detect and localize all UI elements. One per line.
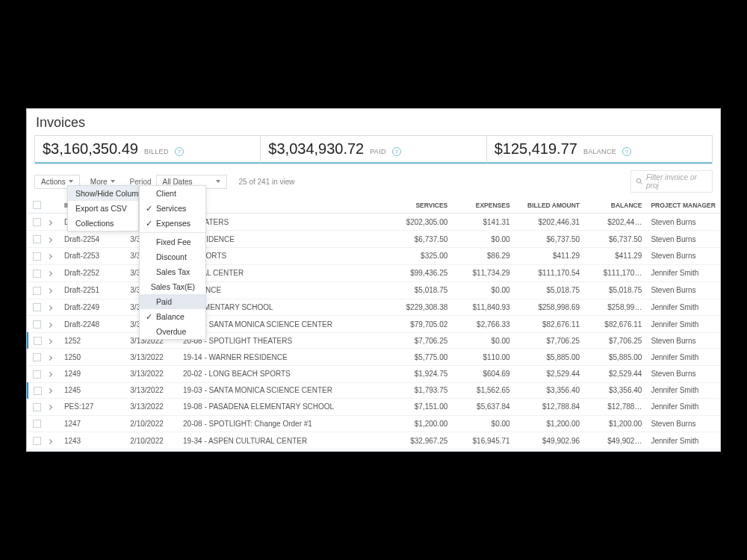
col-balance[interactable]: BALANCE [584,197,646,214]
balance-amount: $411.29 [584,247,646,264]
table-row[interactable]: 12523/13/202220-08 - SPOTLIGHT THEATERS$… [28,333,720,349]
menu-item-label: Export as CSV [75,204,127,213]
page-title: Invoices [27,109,720,135]
columns-submenu-item[interactable]: Overdue [140,324,205,339]
table-row[interactable]: Draft-22523/31/…LTURAL CENTER$99,436.25$… [28,264,720,281]
table-row[interactable]: 12472/10/202220-08 - SPOTLIGHT: Change O… [28,415,720,432]
expand-icon[interactable] [47,439,52,444]
table-row[interactable]: Draft-22483/31/202319-03 - SANTA MONICA … [28,316,720,333]
row-checkbox[interactable] [33,303,41,311]
search-input[interactable]: Filter invoice or proj [630,170,713,193]
submenu-item-label: Overdue [156,327,186,336]
table-row[interactable]: 12503/13/202219-14 - WARNER RESIDENCE$5,… [28,349,720,366]
expand-icon[interactable] [47,288,52,293]
invoice-link[interactable]: 1243 [60,432,125,449]
col-services[interactable]: SERVICES [386,197,452,214]
help-icon[interactable]: ? [175,147,184,156]
table-row[interactable]: PES:1273/13/202219-08 - PASADENA ELEMENT… [28,398,720,415]
project-manager: Steven Burns [646,333,720,349]
expenses-amount: $110.00 [452,349,514,366]
invoice-link[interactable]: 1245 [60,382,125,398]
row-count: 25 of 241 in view [239,178,295,186]
invoice-link[interactable]: PES:127 [60,398,125,415]
balance-amount: $2,529.44 [584,365,646,382]
balance-amount: $12,788… [584,398,646,415]
expand-icon[interactable] [47,254,52,259]
select-all-checkbox[interactable] [33,201,41,209]
expand-icon[interactable] [47,220,52,225]
columns-submenu-item[interactable]: ✓Expenses [140,216,205,231]
col-expenses[interactable]: EXPENSES [452,197,514,214]
more-menu-item[interactable]: Export as CSV [68,201,138,216]
table-row[interactable]: Draft-22543/31/…O RESIDENCE$6,737.50$0.0… [28,231,720,248]
table-row[interactable]: Draft-22513/31/…ESIDENCE$5,018.75$0.00$5… [28,281,720,299]
expand-icon[interactable] [47,323,52,328]
invoice-link[interactable]: Draft-2248 [60,316,125,333]
expand-icon[interactable] [47,237,52,242]
billed-amount: $5,018.75 [515,281,584,299]
invoice-date: 2/10/2022 [125,432,179,449]
row-checkbox[interactable] [33,420,41,428]
project-name: 20-02 - LONG BEACH SPORTS [179,365,386,382]
columns-submenu-item[interactable]: Paid [140,294,205,309]
expand-icon[interactable] [47,355,52,361]
billed-amount: $49,902.96 [515,432,584,449]
columns-submenu-item[interactable]: Sales Tax [140,264,205,279]
invoices-table: INVOICE SERVICES EXPENSES BILLED AMOUNT … [27,197,720,449]
invoice-link[interactable]: Draft-2253 [60,247,125,264]
invoice-link[interactable]: 1249 [60,365,125,382]
columns-submenu-item[interactable]: Sales Tax(E) [140,279,205,294]
table-row[interactable]: 12453/13/202219-03 - SANTA MONICA SCIENC… [28,382,720,398]
row-checkbox[interactable] [34,337,42,345]
row-checkbox[interactable] [33,218,41,226]
table-row[interactable]: 12432/10/202219-34 - ASPEN CULTURAL CENT… [28,432,720,449]
row-checkbox[interactable] [33,437,41,445]
summary-balance-amount: $125,419.77 [495,140,577,158]
row-checkbox[interactable] [34,387,42,395]
project-name: CH SPORTS [179,247,386,264]
invoice-link[interactable]: Draft-2251 [60,281,125,299]
invoice-link[interactable]: 1250 [60,349,125,366]
row-checkbox[interactable] [33,252,41,261]
invoice-link[interactable]: Draft-2252 [60,264,125,281]
summary-paid-label: PAID [370,148,386,155]
row-checkbox[interactable] [33,370,41,379]
table-row[interactable]: 12493/13/202220-02 - LONG BEACH SPORTS$1… [28,365,720,382]
expand-icon[interactable] [47,405,52,410]
chevron-down-icon [111,180,115,183]
more-menu-item[interactable]: Show/Hide Columns [68,186,138,201]
columns-submenu-item[interactable]: Client [140,186,205,201]
expand-icon[interactable] [47,305,52,311]
expand-icon[interactable] [47,271,52,276]
billed-amount: $2,529.44 [515,365,584,382]
project-manager: Steven Burns [646,231,720,248]
columns-submenu-item[interactable]: Fixed Fee [140,234,205,249]
app-frame: Invoices $3,160,350.49 BILLED ? $3,034,9… [26,108,721,452]
table-row[interactable]: Draft-22533/31/…CH SPORTS$325.00$86.29$4… [28,247,720,264]
invoice-link[interactable]: Draft-2249 [60,299,125,316]
invoice-link[interactable]: 1247 [60,415,125,432]
row-checkbox[interactable] [33,287,41,295]
table-row[interactable]: Draft-22493/31/…A ELEMENTARY SCHOOL$229,… [28,299,720,316]
row-checkbox[interactable] [33,235,41,243]
row-checkbox[interactable] [33,353,41,361]
more-menu-item[interactable]: Collections [68,216,138,231]
row-checkbox[interactable] [33,320,41,329]
columns-submenu-item[interactable]: ✓Services [140,201,205,216]
expand-icon[interactable] [47,339,52,344]
help-icon[interactable]: ? [622,147,631,156]
expand-icon[interactable] [47,372,52,377]
expand-icon[interactable] [47,388,52,393]
row-checkbox[interactable] [33,403,41,411]
row-checkbox[interactable] [33,270,41,278]
services-amount: $7,151.00 [386,398,452,415]
col-pm[interactable]: PROJECT MANAGER [646,197,720,214]
invoice-link[interactable]: Draft-2254 [60,231,125,248]
col-billed[interactable]: BILLED AMOUNT [515,197,584,214]
invoice-link[interactable]: 1252 [60,333,125,349]
expenses-amount: $86.29 [452,247,514,264]
columns-submenu-item[interactable]: ✓Balance [140,309,205,324]
columns-submenu-item[interactable]: Discount [140,249,205,264]
help-icon[interactable]: ? [392,147,401,156]
col-project[interactable] [179,197,386,214]
